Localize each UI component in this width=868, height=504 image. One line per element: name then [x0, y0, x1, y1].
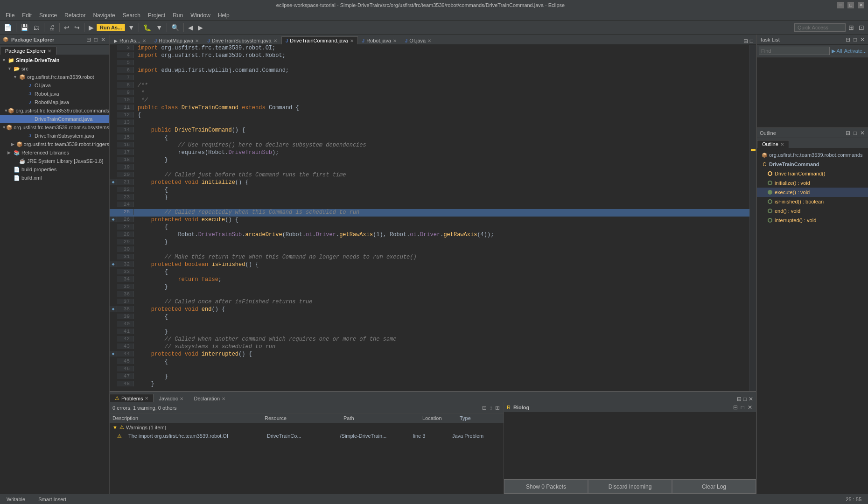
- tree-item-project[interactable]: ▼ 📁 Simple-DriveTrain: [0, 56, 109, 64]
- linecontent-48[interactable]: }: [134, 381, 749, 387]
- linecontent-23[interactable]: }: [134, 194, 749, 201]
- tasklist-ctrl-3[interactable]: ✕: [859, 36, 866, 43]
- outline-item-constructor[interactable]: DriveTrainCommand(): [757, 169, 868, 178]
- editor-tab-runas[interactable]: ▶ Run As... ✕: [110, 36, 150, 44]
- linecontent-31[interactable]: // Make this return true when this Comma…: [134, 254, 749, 260]
- tree-item-reflibs[interactable]: ▶ 📚 Referenced Libraries: [0, 148, 109, 157]
- problems-sort-btn[interactable]: ↕: [489, 405, 493, 411]
- problems-group-btn[interactable]: ⊞: [494, 405, 501, 411]
- outline-item-end[interactable]: end() : void: [757, 206, 868, 216]
- linecontent-5[interactable]: [134, 60, 749, 66]
- tree-item-buildprops[interactable]: 📄 build.properties: [0, 165, 109, 174]
- linecontent-12[interactable]: {: [134, 112, 749, 119]
- forward-button[interactable]: ▶: [196, 22, 205, 33]
- clear-log-button[interactable]: Clear Log: [672, 479, 756, 494]
- javadoc-tab-close[interactable]: ✕: [180, 396, 183, 401]
- linecontent-27[interactable]: {: [134, 224, 749, 231]
- run-prev-button[interactable]: ▶: [87, 22, 96, 33]
- editor-tab-drivetraincommand[interactable]: J DriveTrainCommand.java ✕: [281, 36, 358, 44]
- linecontent-35[interactable]: }: [134, 284, 749, 290]
- linecontent-37[interactable]: // Called once after isFinished returns …: [134, 299, 749, 305]
- tab-package-explorer[interactable]: Package Explorer ✕: [0, 47, 56, 55]
- outline-item-initialize[interactable]: initialize() : void: [757, 178, 868, 188]
- linecontent-26[interactable]: protected void execute() {: [134, 217, 749, 223]
- task-activate-label[interactable]: Activate...: [844, 48, 867, 54]
- outline-item-interrupted[interactable]: interrupted() : void: [757, 216, 868, 225]
- code-editor[interactable]: 3 import org.usfirst.frc.team3539.robot.…: [110, 45, 749, 391]
- tree-item-pkg-subsystems[interactable]: ▼ 📦 org.usfirst.frc.team3539.robot.subsy…: [0, 123, 109, 132]
- outline-item-execute[interactable]: execute() : void: [757, 188, 868, 197]
- menu-refactor[interactable]: Refactor: [61, 11, 89, 20]
- warning-group[interactable]: ▼ ⚠ Warnings (1 item): [110, 423, 504, 431]
- linecontent-18[interactable]: }: [134, 157, 749, 163]
- linecontent-6[interactable]: import edu.wpi.first.wpilibj.command.Com…: [134, 67, 749, 74]
- tree-item-jre[interactable]: ☕ JRE System Library [JavaSE-1.8]: [0, 157, 109, 165]
- linecontent-22[interactable]: {: [134, 187, 749, 193]
- tree-item-pkg-triggers[interactable]: ▶ 📦 org.usfirst.frc.team3539.robot.trigg…: [0, 140, 109, 148]
- explorer-close[interactable]: ✕: [100, 36, 106, 43]
- run-dropdown[interactable]: ▼: [126, 22, 136, 33]
- editor-tab-oi[interactable]: J OI.java ✕: [401, 36, 435, 44]
- debug-dropdown[interactable]: ▼: [154, 22, 164, 33]
- linecontent-15[interactable]: {: [134, 134, 749, 141]
- menu-project[interactable]: Project: [144, 11, 169, 20]
- tab-package-explorer-close[interactable]: ✕: [48, 49, 51, 54]
- search-button[interactable]: 🔍: [169, 22, 181, 33]
- outline-view-tab[interactable]: Outline ✕: [757, 140, 789, 148]
- new-button[interactable]: 📄: [2, 22, 14, 33]
- tree-item-pkg-commands[interactable]: ▼ 📦 org.usfirst.frc.team3539.robot.comma…: [0, 106, 109, 115]
- linecontent-17[interactable]: requires(Robot.DriveTrainSub);: [134, 149, 749, 156]
- save-all-button[interactable]: 🗂: [31, 22, 42, 33]
- menu-source[interactable]: Source: [35, 11, 61, 20]
- explorer-maximize[interactable]: □: [93, 36, 98, 43]
- editor-content[interactable]: 3 import org.usfirst.frc.team3539.robot.…: [110, 45, 756, 391]
- editor-minimize[interactable]: ⊟: [742, 38, 749, 44]
- editor-tab-robotmap[interactable]: J RobotMap.java ✕: [150, 36, 203, 44]
- linecontent-32[interactable]: protected boolean isFinished() {: [134, 261, 749, 268]
- tree-item-src[interactable]: ▼ 📂 src: [0, 64, 109, 73]
- linecontent-34[interactable]: return false;: [134, 276, 749, 283]
- editor-tab-robot[interactable]: J Robot.java ✕: [358, 36, 401, 44]
- bottom-tab-problems[interactable]: ⚠ Problems ✕: [110, 394, 154, 402]
- linecontent-21[interactable]: protected void initialize() {: [134, 179, 749, 186]
- menu-help[interactable]: Help: [214, 11, 233, 20]
- warning-item-1[interactable]: ⚠ The import org.usfirst.frc.team3539.ro…: [110, 431, 504, 441]
- linecontent-38[interactable]: protected void end() {: [134, 306, 749, 313]
- view-button[interactable]: ⊡: [857, 22, 866, 33]
- tree-item-drivetrainsubsystem[interactable]: J DriveTrainSubsystem.java: [0, 132, 109, 140]
- undo-button[interactable]: ↩: [62, 22, 71, 33]
- robotmap-tab-close[interactable]: ✕: [195, 38, 199, 43]
- bottom-tab-javadoc[interactable]: Javadoc ✕: [154, 394, 189, 402]
- menu-file[interactable]: File: [2, 11, 18, 20]
- dtsub-tab-close[interactable]: ✕: [273, 38, 277, 43]
- linecontent-47[interactable]: }: [134, 373, 749, 380]
- tasklist-ctrl-1[interactable]: ⊟: [845, 36, 851, 43]
- explorer-minimize[interactable]: ⊟: [85, 36, 92, 43]
- linecontent-19[interactable]: [134, 164, 749, 171]
- linecontent-3[interactable]: import org.usfirst.frc.team3539.robot.OI…: [134, 45, 749, 51]
- declaration-tab-close[interactable]: ✕: [222, 396, 225, 401]
- linecontent-20[interactable]: // Called just before this Command runs …: [134, 172, 749, 178]
- linecontent-8[interactable]: /**: [134, 82, 749, 89]
- linecontent-24[interactable]: [134, 202, 749, 208]
- linecontent-40[interactable]: [134, 321, 749, 328]
- outline-ctrl-2[interactable]: □: [853, 130, 858, 136]
- linecontent-13[interactable]: [134, 119, 749, 126]
- robot-tab-close[interactable]: ✕: [393, 38, 397, 43]
- oi-tab-close[interactable]: ✕: [427, 38, 431, 43]
- back-button[interactable]: ◀: [186, 22, 195, 33]
- linecontent-36[interactable]: [134, 291, 749, 298]
- title-bar-controls[interactable]: ─ □ ✕: [837, 2, 864, 8]
- run-as-button[interactable]: Run As...: [97, 24, 125, 31]
- linecontent-42[interactable]: // Called when another command which req…: [134, 336, 749, 343]
- editor-tab-drivetrainsubsystem[interactable]: J DriveTrainSubsystem.java ✕: [203, 36, 281, 44]
- tasklist-ctrl-2[interactable]: □: [853, 36, 858, 43]
- linecontent-39[interactable]: {: [134, 314, 749, 320]
- menu-navigate[interactable]: Navigate: [89, 11, 119, 20]
- riolog-ctrl-3[interactable]: ✕: [747, 404, 753, 411]
- tree-item-robotmap[interactable]: J RobotMap.java: [0, 98, 109, 106]
- problems-tab-close[interactable]: ✕: [145, 396, 148, 401]
- discard-incoming-button[interactable]: Discard Incoming: [588, 479, 672, 494]
- problems-filter-btn[interactable]: ⊟: [481, 405, 488, 411]
- debug-button[interactable]: 🐛: [141, 22, 153, 33]
